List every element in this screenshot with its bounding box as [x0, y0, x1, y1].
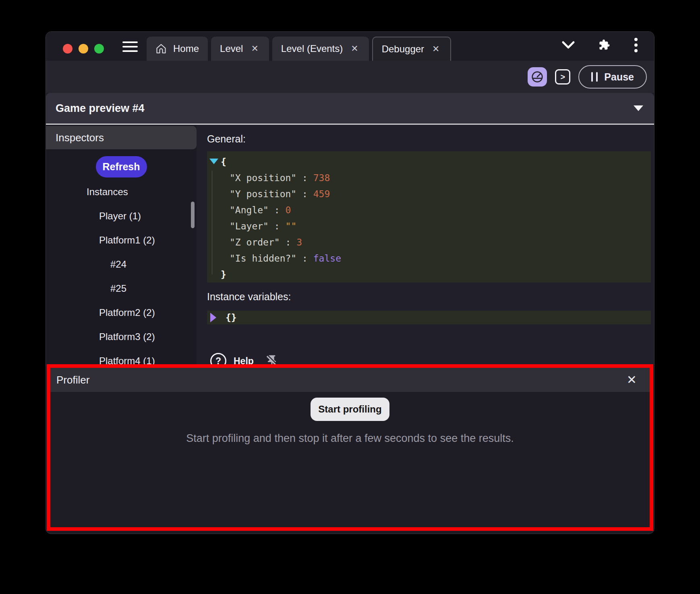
- console-button[interactable]: >: [555, 69, 570, 85]
- json-close-brace-row: }: [207, 266, 651, 283]
- inspectors-sidebar: Inspectors Refresh Instances Player (1) …: [46, 125, 197, 364]
- dropdown-caret-icon[interactable]: [634, 105, 643, 111]
- json-open-brace-row: {: [207, 154, 651, 170]
- tree-item-instances[interactable]: Instances: [46, 180, 197, 204]
- json-key: Z order: [230, 237, 280, 248]
- console-icon: >: [560, 72, 565, 82]
- tabbar-actions: [561, 37, 654, 61]
- tab-label: Home: [173, 43, 199, 54]
- json-row-x-position[interactable]: X position : 738: [207, 170, 651, 186]
- close-tab-icon[interactable]: ✕: [431, 43, 441, 55]
- close-tab-icon[interactable]: ✕: [349, 43, 360, 55]
- json-row-layer[interactable]: Layer :: [207, 218, 651, 234]
- help-icon[interactable]: ?: [210, 353, 226, 364]
- close-window-button[interactable]: [63, 44, 72, 54]
- json-row-angle[interactable]: Angle : 0: [207, 202, 651, 218]
- tree-guide-line: [212, 171, 212, 274]
- json-value: false: [313, 253, 341, 264]
- json-value: 0: [286, 205, 291, 215]
- start-profiling-button[interactable]: Start profiling: [311, 398, 389, 421]
- kebab-menu-icon[interactable]: [634, 37, 638, 53]
- instance-variables-label: Instance variables:: [207, 291, 651, 303]
- tree-item-platform4[interactable]: Platform4 (1): [46, 349, 197, 364]
- pause-icon: [591, 72, 598, 82]
- json-value: [286, 221, 297, 231]
- json-key: Is hidden?: [230, 253, 296, 264]
- tab-home[interactable]: Home: [147, 37, 208, 61]
- json-key: Angle: [230, 205, 269, 215]
- tree-item-platform3[interactable]: Platform3 (2): [46, 325, 197, 349]
- tab-level-events[interactable]: Level (Events) ✕: [272, 37, 369, 61]
- tabs: Home Level ✕ Level (Events) ✕ Debugger ✕: [147, 37, 451, 61]
- help-glyph: ?: [215, 356, 221, 365]
- profiler-panel: Profiler ✕ Start profiling Start profili…: [47, 364, 653, 531]
- maximize-window-button[interactable]: [94, 44, 104, 54]
- profiler-title: Profiler: [56, 374, 89, 386]
- tab-label: Debugger: [382, 43, 424, 55]
- tree-item-instance-25[interactable]: #25: [46, 276, 197, 301]
- tree-item-platform2[interactable]: Platform2 (2): [46, 301, 197, 325]
- profiler-hint-text: Start profiling and then stop it after a…: [50, 432, 650, 445]
- inspectors-tree: Instances Player (1) Platform1 (2) #24 #…: [46, 180, 197, 364]
- instance-variables-tree[interactable]: {}: [207, 311, 651, 324]
- window-controls: [63, 44, 104, 54]
- general-json-tree: { X position : 738 Y position : 459 Angl…: [207, 151, 651, 283]
- home-icon: [155, 43, 167, 54]
- json-row-z-order[interactable]: Z order : 3: [207, 234, 651, 250]
- tree-item-platform1[interactable]: Platform1 (2): [46, 228, 197, 252]
- chevron-down-icon[interactable]: [561, 41, 575, 50]
- json-key: Layer: [230, 221, 269, 231]
- json-value: 738: [313, 173, 330, 183]
- tree-item-player[interactable]: Player (1): [46, 204, 197, 228]
- close-tab-icon[interactable]: ✕: [249, 43, 260, 55]
- close-profiler-icon[interactable]: ✕: [627, 374, 637, 386]
- open-brace: {: [221, 157, 226, 167]
- extensions-puzzle-icon[interactable]: [599, 39, 611, 51]
- tab-debugger[interactable]: Debugger ✕: [372, 37, 451, 61]
- json-value: 459: [313, 189, 330, 199]
- debugger-window: Home Level ✕ Level (Events) ✕ Debugger ✕: [46, 31, 654, 534]
- variables-empty-object: {}: [226, 312, 237, 323]
- json-value: 3: [296, 237, 302, 248]
- json-key: X position: [230, 173, 296, 183]
- close-brace: }: [221, 269, 226, 280]
- tab-level[interactable]: Level ✕: [211, 37, 269, 61]
- game-preview-title: Game preview #4: [56, 102, 145, 115]
- debugger-content: Inspectors Refresh Instances Player (1) …: [46, 125, 654, 364]
- minimize-window-button[interactable]: [79, 44, 88, 54]
- pause-button[interactable]: Pause: [578, 65, 647, 89]
- pause-label: Pause: [604, 71, 634, 83]
- json-row-is-hidden[interactable]: Is hidden? : false: [207, 250, 651, 266]
- help-row: ? Help: [207, 352, 651, 364]
- inspectors-header: Inspectors: [46, 126, 197, 149]
- profiler-header: Profiler ✕: [50, 368, 650, 392]
- tab-label: Level (Events): [281, 43, 343, 54]
- expand-triangle-icon[interactable]: [210, 313, 216, 322]
- unpin-icon[interactable]: [265, 354, 279, 364]
- json-row-y-position[interactable]: Y position : 459: [207, 186, 651, 202]
- help-label: Help: [234, 356, 254, 365]
- sidebar-scrollbar[interactable]: [191, 202, 195, 228]
- refresh-button[interactable]: Refresh: [96, 156, 147, 177]
- profiler-toggle-button[interactable]: [528, 67, 547, 87]
- instance-inspector-panel: General: { X position : 738 Y position :…: [197, 125, 654, 364]
- json-key: Y position: [230, 189, 296, 199]
- menu-icon[interactable]: [122, 41, 138, 52]
- general-section-label: General:: [207, 133, 651, 145]
- debugger-toolbar: > Pause: [46, 61, 654, 93]
- gauge-icon: [531, 70, 544, 83]
- tab-bar: Home Level ✕ Level (Events) ✕ Debugger ✕: [46, 32, 654, 61]
- collapse-triangle-icon[interactable]: [209, 159, 218, 164]
- game-preview-selector[interactable]: Game preview #4: [46, 93, 654, 124]
- tab-label: Level: [220, 43, 243, 54]
- tree-item-instance-24[interactable]: #24: [46, 252, 197, 276]
